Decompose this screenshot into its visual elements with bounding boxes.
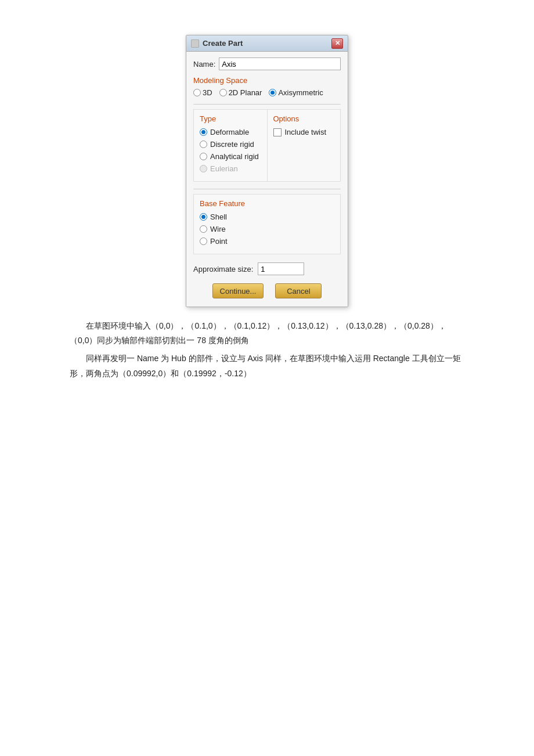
radio-point-label: Point (210, 237, 228, 246)
radio-axisymmetric[interactable]: Axisymmetric (269, 88, 323, 97)
radio-shell[interactable]: Shell (200, 213, 334, 221)
button-row: Continue... Cancel (193, 283, 341, 301)
modeling-space-label: Modeling Space (193, 76, 341, 85)
radio-2d-planar[interactable]: 2D Planar (219, 88, 262, 97)
body-text-2: 同样再发明一 Name 为 Hub 的部件，设立与 Axis 同样，在草图环境中… (70, 351, 464, 380)
base-feature-label: Base Feature (200, 199, 334, 208)
radio-wire[interactable]: Wire (200, 225, 334, 233)
body-text-container: 在草图环境中输入（0,0），（0.1,0），（0.1,0.12），（0.13,0… (70, 319, 464, 384)
radio-analytical-rigid-circle (200, 153, 207, 160)
close-button[interactable]: ✕ (331, 38, 343, 49)
radio-axisymmetric-circle (269, 89, 276, 96)
radio-eulerian-label: Eulerian (210, 164, 238, 173)
radio-discrete-rigid-circle (200, 141, 207, 148)
radio-axisymmetric-label: Axisymmetric (278, 88, 323, 97)
radio-2d-planar-label: 2D Planar (229, 88, 262, 97)
radio-eulerian: Eulerian (200, 164, 261, 173)
radio-3d-circle (193, 89, 201, 96)
approx-size-label: Approximate size: (193, 265, 253, 273)
type-label: Type (200, 114, 261, 123)
approx-size-input[interactable] (258, 262, 304, 275)
radio-deformable[interactable]: Deformable (200, 128, 261, 136)
dialog-title: Create Part (203, 39, 243, 48)
type-column: Type Deformable Discrete rigid Analytica… (194, 110, 268, 181)
create-part-dialog: Create Part ✕ Name: Modeling Space 3D (186, 35, 348, 307)
dialog-icon (191, 39, 199, 48)
radio-3d-label: 3D (203, 88, 212, 97)
radio-analytical-rigid[interactable]: Analytical rigid (200, 152, 261, 161)
base-feature-section: Base Feature Shell Wire Point (193, 194, 341, 254)
cancel-button[interactable]: Cancel (275, 283, 322, 298)
divider-1 (193, 104, 341, 105)
radio-shell-label: Shell (210, 213, 227, 221)
modeling-space-options: 3D 2D Planar Axisymmetric (193, 88, 341, 97)
radio-eulerian-circle (200, 165, 207, 172)
radio-discrete-rigid[interactable]: Discrete rigid (200, 140, 261, 149)
radio-3d[interactable]: 3D (193, 88, 212, 97)
options-label: Options (273, 114, 335, 123)
type-options-container: Type Deformable Discrete rigid Analytica… (193, 109, 341, 182)
dialog-titlebar: Create Part ✕ (186, 35, 348, 52)
continue-button[interactable]: Continue... (212, 283, 264, 298)
include-twist-checkbox[interactable]: Include twist (273, 128, 335, 136)
radio-point-circle (200, 237, 207, 245)
radio-point[interactable]: Point (200, 237, 334, 246)
body-text-1: 在草图环境中输入（0,0），（0.1,0），（0.1,0.12），（0.13,0… (70, 319, 464, 348)
radio-deformable-label: Deformable (210, 128, 249, 136)
dialog-wrapper: Create Part ✕ Name: Modeling Space 3D (0, 35, 534, 384)
divider-2 (193, 189, 341, 189)
options-column: Options Include twist (268, 110, 341, 181)
name-input[interactable] (219, 57, 341, 70)
include-twist-box (273, 128, 282, 136)
radio-shell-circle (200, 213, 207, 221)
radio-discrete-rigid-label: Discrete rigid (210, 140, 254, 149)
dialog-body: Name: Modeling Space 3D 2D Planar (186, 52, 348, 307)
include-twist-label: Include twist (285, 128, 327, 136)
name-row: Name: (193, 57, 341, 70)
radio-deformable-circle (200, 128, 207, 136)
dialog-title-left: Create Part (191, 39, 243, 48)
name-label: Name: (193, 60, 215, 69)
radio-wire-circle (200, 225, 207, 233)
radio-2d-planar-circle (219, 89, 227, 96)
modeling-space-section: Modeling Space 3D 2D Planar Axisymmetric (193, 76, 341, 97)
radio-analytical-rigid-label: Analytical rigid (210, 152, 259, 161)
radio-wire-label: Wire (210, 225, 226, 233)
approx-size-row: Approximate size: (193, 262, 341, 275)
